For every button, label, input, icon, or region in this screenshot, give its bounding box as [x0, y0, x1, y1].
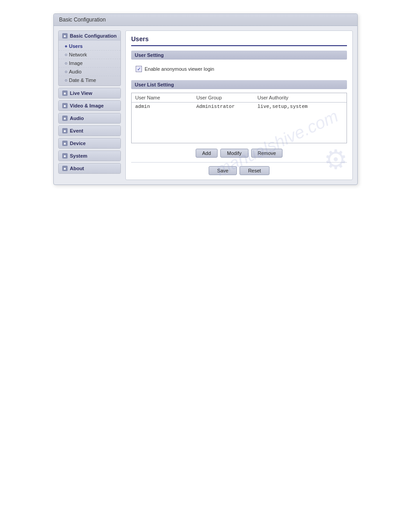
- sidebar-item-system[interactable]: ■ System: [59, 151, 120, 161]
- table-row[interactable]: admin Administrator live,setup,system: [132, 103, 347, 111]
- device-label: Device: [70, 141, 86, 146]
- anonymous-login-row: ✓ Enable anonymous viewer login: [131, 63, 347, 75]
- remove-button[interactable]: Remove: [251, 149, 283, 158]
- users-label: Users: [69, 43, 83, 49]
- save-buttons: Save Reset: [131, 166, 347, 175]
- sidebar-group-system: ■ System: [58, 150, 121, 161]
- sidebar-item-device[interactable]: ■ Device: [59, 138, 120, 148]
- network-bullet: [65, 54, 67, 56]
- user-list-header: User List Setting: [131, 80, 347, 89]
- about-icon: ■: [62, 166, 68, 171]
- sidebar-sub-items-basic: Users Network Image Audio: [59, 41, 120, 86]
- users-bullet: [65, 45, 67, 47]
- event-label: Event: [70, 128, 83, 133]
- user-setting-header: User Setting: [131, 51, 347, 60]
- user-setting-section: User Setting ✓ Enable anonymous viewer l…: [131, 51, 347, 75]
- system-icon: ■: [62, 153, 68, 159]
- audio-group-icon: ■: [62, 116, 68, 121]
- audio-label: Audio: [69, 69, 81, 74]
- sidebar-group-about: ■ About: [58, 163, 121, 174]
- anonymous-login-checkbox[interactable]: ✓: [136, 66, 142, 72]
- live-view-label: Live View: [70, 90, 92, 96]
- image-label: Image: [69, 60, 83, 66]
- audio-group-label: Audio: [70, 116, 84, 121]
- video-image-label: Video & Image: [70, 103, 104, 108]
- user-list-section: User List Setting User Name User Group U…: [131, 80, 347, 143]
- sidebar-item-audio[interactable]: Audio: [59, 68, 120, 76]
- sidebar-item-network[interactable]: Network: [59, 51, 120, 59]
- live-view-icon: ■: [62, 90, 68, 96]
- sidebar-group-audio: ■ Audio: [58, 113, 121, 124]
- user-name-cell: admin: [135, 104, 196, 109]
- sidebar-item-video-image[interactable]: ■ Video & Image: [59, 101, 120, 111]
- sidebar-item-basic-configuration[interactable]: ■ Basic Configuration: [59, 31, 120, 41]
- sidebar-item-live-view[interactable]: ■ Live View: [59, 88, 120, 98]
- about-label: About: [70, 166, 84, 171]
- anonymous-login-label: Enable anonymous viewer login: [145, 66, 214, 72]
- sidebar-item-audio-group[interactable]: ■ Audio: [59, 113, 120, 123]
- date-time-label: Date & Time: [69, 77, 96, 83]
- user-authority-cell: live,setup,system: [257, 104, 343, 109]
- video-image-icon: ■: [62, 103, 68, 108]
- col-username: User Name: [135, 95, 196, 100]
- image-bullet: [65, 62, 67, 64]
- audio-bullet: [65, 71, 67, 73]
- divider: [131, 162, 347, 163]
- sidebar-group-video-image: ■ Video & Image: [58, 100, 121, 111]
- user-table-header: User Name User Group User Authority: [132, 93, 347, 103]
- sidebar: ■ Basic Configuration Users Network: [58, 30, 121, 180]
- main-content: Users User Setting ✓ Enable anonymous vi…: [125, 30, 353, 180]
- sidebar-group-device: ■ Device: [58, 138, 121, 149]
- user-table-wrapper: User Name User Group User Authority admi…: [131, 93, 347, 143]
- sidebar-item-users[interactable]: Users: [59, 42, 120, 51]
- user-table-rows: admin Administrator live,setup,system: [132, 103, 347, 143]
- sidebar-item-date-time[interactable]: Date & Time: [59, 76, 120, 84]
- sidebar-group-basic-label: Basic Configuration: [70, 33, 117, 39]
- user-group-cell: Administrator: [196, 104, 257, 109]
- date-time-bullet: [65, 79, 67, 82]
- outer-panel-header: Basic Configuration: [54, 14, 357, 26]
- sidebar-item-event[interactable]: ■ Event: [59, 126, 120, 136]
- basic-config-icon: ■: [62, 33, 68, 39]
- reset-button[interactable]: Reset: [240, 166, 270, 175]
- add-button[interactable]: Add: [196, 149, 218, 158]
- save-button[interactable]: Save: [209, 166, 237, 175]
- sidebar-group-basic-configuration: ■ Basic Configuration Users Network: [58, 30, 121, 86]
- sidebar-item-image[interactable]: Image: [59, 59, 120, 68]
- network-label: Network: [69, 52, 87, 57]
- sidebar-item-about[interactable]: ■ About: [59, 163, 120, 173]
- action-buttons: Add Modify Remove: [131, 149, 347, 158]
- sidebar-group-live-view: ■ Live View: [58, 88, 121, 99]
- col-usergroup: User Group: [196, 95, 257, 100]
- modify-button[interactable]: Modify: [220, 149, 248, 158]
- system-label: System: [70, 153, 87, 159]
- event-icon: ■: [62, 128, 68, 133]
- outer-panel-title: Basic Configuration: [59, 17, 106, 23]
- outer-panel: Basic Configuration ■ Basic Configuratio…: [53, 13, 358, 185]
- col-userauthority: User Authority: [257, 95, 343, 100]
- sidebar-group-event: ■ Event: [58, 125, 121, 136]
- device-icon: ■: [62, 141, 68, 146]
- page-title: Users: [131, 35, 347, 46]
